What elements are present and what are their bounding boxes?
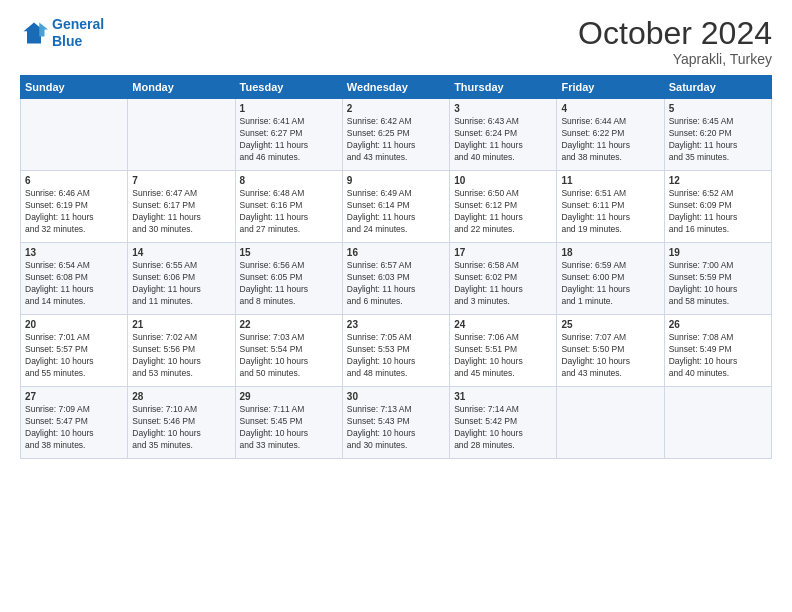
day-number: 24 [454, 319, 552, 330]
calendar-cell: 22Sunrise: 7:03 AM Sunset: 5:54 PM Dayli… [235, 315, 342, 387]
calendar-cell: 9Sunrise: 6:49 AM Sunset: 6:14 PM Daylig… [342, 171, 449, 243]
logo-general: General [52, 16, 104, 32]
day-number: 12 [669, 175, 767, 186]
day-info: Sunrise: 6:42 AM Sunset: 6:25 PM Dayligh… [347, 116, 445, 164]
title-block: October 2024 Yaprakli, Turkey [578, 16, 772, 67]
day-number: 27 [25, 391, 123, 402]
day-number: 30 [347, 391, 445, 402]
calendar-row: 13Sunrise: 6:54 AM Sunset: 6:08 PM Dayli… [21, 243, 772, 315]
day-number: 10 [454, 175, 552, 186]
day-info: Sunrise: 7:06 AM Sunset: 5:51 PM Dayligh… [454, 332, 552, 380]
calendar-cell: 6Sunrise: 6:46 AM Sunset: 6:19 PM Daylig… [21, 171, 128, 243]
day-info: Sunrise: 6:49 AM Sunset: 6:14 PM Dayligh… [347, 188, 445, 236]
day-number: 2 [347, 103, 445, 114]
calendar-cell: 5Sunrise: 6:45 AM Sunset: 6:20 PM Daylig… [664, 99, 771, 171]
day-info: Sunrise: 7:02 AM Sunset: 5:56 PM Dayligh… [132, 332, 230, 380]
day-info: Sunrise: 7:10 AM Sunset: 5:46 PM Dayligh… [132, 404, 230, 452]
day-number: 14 [132, 247, 230, 258]
calendar-table: SundayMondayTuesdayWednesdayThursdayFrid… [20, 75, 772, 459]
calendar-cell [21, 99, 128, 171]
day-number: 7 [132, 175, 230, 186]
logo: General Blue [20, 16, 104, 50]
weekday-header: Friday [557, 76, 664, 99]
day-info: Sunrise: 6:45 AM Sunset: 6:20 PM Dayligh… [669, 116, 767, 164]
day-number: 9 [347, 175, 445, 186]
day-number: 11 [561, 175, 659, 186]
month-title: October 2024 [578, 16, 772, 51]
day-number: 19 [669, 247, 767, 258]
weekday-header: Tuesday [235, 76, 342, 99]
day-number: 16 [347, 247, 445, 258]
day-number: 22 [240, 319, 338, 330]
weekday-header: Wednesday [342, 76, 449, 99]
day-info: Sunrise: 6:56 AM Sunset: 6:05 PM Dayligh… [240, 260, 338, 308]
day-info: Sunrise: 7:01 AM Sunset: 5:57 PM Dayligh… [25, 332, 123, 380]
calendar-cell: 31Sunrise: 7:14 AM Sunset: 5:42 PM Dayli… [450, 387, 557, 459]
calendar-cell: 17Sunrise: 6:58 AM Sunset: 6:02 PM Dayli… [450, 243, 557, 315]
day-number: 23 [347, 319, 445, 330]
calendar-cell: 15Sunrise: 6:56 AM Sunset: 6:05 PM Dayli… [235, 243, 342, 315]
day-number: 17 [454, 247, 552, 258]
day-number: 26 [669, 319, 767, 330]
calendar-cell: 21Sunrise: 7:02 AM Sunset: 5:56 PM Dayli… [128, 315, 235, 387]
weekday-header: Thursday [450, 76, 557, 99]
logo-text: General Blue [52, 16, 104, 50]
day-info: Sunrise: 7:00 AM Sunset: 5:59 PM Dayligh… [669, 260, 767, 308]
logo-blue: Blue [52, 33, 82, 49]
calendar-cell: 25Sunrise: 7:07 AM Sunset: 5:50 PM Dayli… [557, 315, 664, 387]
day-info: Sunrise: 7:08 AM Sunset: 5:49 PM Dayligh… [669, 332, 767, 380]
day-number: 29 [240, 391, 338, 402]
calendar-cell: 23Sunrise: 7:05 AM Sunset: 5:53 PM Dayli… [342, 315, 449, 387]
day-info: Sunrise: 6:48 AM Sunset: 6:16 PM Dayligh… [240, 188, 338, 236]
day-info: Sunrise: 6:43 AM Sunset: 6:24 PM Dayligh… [454, 116, 552, 164]
day-number: 31 [454, 391, 552, 402]
day-number: 25 [561, 319, 659, 330]
day-number: 13 [25, 247, 123, 258]
day-number: 28 [132, 391, 230, 402]
calendar-cell: 19Sunrise: 7:00 AM Sunset: 5:59 PM Dayli… [664, 243, 771, 315]
calendar-cell: 27Sunrise: 7:09 AM Sunset: 5:47 PM Dayli… [21, 387, 128, 459]
calendar-row: 20Sunrise: 7:01 AM Sunset: 5:57 PM Dayli… [21, 315, 772, 387]
calendar-cell: 8Sunrise: 6:48 AM Sunset: 6:16 PM Daylig… [235, 171, 342, 243]
day-info: Sunrise: 6:58 AM Sunset: 6:02 PM Dayligh… [454, 260, 552, 308]
day-info: Sunrise: 7:13 AM Sunset: 5:43 PM Dayligh… [347, 404, 445, 452]
day-info: Sunrise: 7:05 AM Sunset: 5:53 PM Dayligh… [347, 332, 445, 380]
calendar-row: 1Sunrise: 6:41 AM Sunset: 6:27 PM Daylig… [21, 99, 772, 171]
calendar-cell: 16Sunrise: 6:57 AM Sunset: 6:03 PM Dayli… [342, 243, 449, 315]
day-number: 6 [25, 175, 123, 186]
calendar-cell: 2Sunrise: 6:42 AM Sunset: 6:25 PM Daylig… [342, 99, 449, 171]
calendar-cell: 14Sunrise: 6:55 AM Sunset: 6:06 PM Dayli… [128, 243, 235, 315]
calendar-cell: 30Sunrise: 7:13 AM Sunset: 5:43 PM Dayli… [342, 387, 449, 459]
day-info: Sunrise: 6:46 AM Sunset: 6:19 PM Dayligh… [25, 188, 123, 236]
location-subtitle: Yaprakli, Turkey [578, 51, 772, 67]
header: General Blue October 2024 Yaprakli, Turk… [20, 16, 772, 67]
day-info: Sunrise: 6:44 AM Sunset: 6:22 PM Dayligh… [561, 116, 659, 164]
calendar-cell: 28Sunrise: 7:10 AM Sunset: 5:46 PM Dayli… [128, 387, 235, 459]
calendar-cell: 13Sunrise: 6:54 AM Sunset: 6:08 PM Dayli… [21, 243, 128, 315]
header-row: SundayMondayTuesdayWednesdayThursdayFrid… [21, 76, 772, 99]
day-number: 1 [240, 103, 338, 114]
day-info: Sunrise: 6:57 AM Sunset: 6:03 PM Dayligh… [347, 260, 445, 308]
calendar-cell: 20Sunrise: 7:01 AM Sunset: 5:57 PM Dayli… [21, 315, 128, 387]
day-info: Sunrise: 7:03 AM Sunset: 5:54 PM Dayligh… [240, 332, 338, 380]
calendar-cell: 4Sunrise: 6:44 AM Sunset: 6:22 PM Daylig… [557, 99, 664, 171]
day-number: 4 [561, 103, 659, 114]
day-info: Sunrise: 6:55 AM Sunset: 6:06 PM Dayligh… [132, 260, 230, 308]
weekday-header: Monday [128, 76, 235, 99]
calendar-cell: 29Sunrise: 7:11 AM Sunset: 5:45 PM Dayli… [235, 387, 342, 459]
calendar-cell: 10Sunrise: 6:50 AM Sunset: 6:12 PM Dayli… [450, 171, 557, 243]
day-number: 3 [454, 103, 552, 114]
calendar-cell: 24Sunrise: 7:06 AM Sunset: 5:51 PM Dayli… [450, 315, 557, 387]
day-number: 15 [240, 247, 338, 258]
calendar-row: 6Sunrise: 6:46 AM Sunset: 6:19 PM Daylig… [21, 171, 772, 243]
calendar-row: 27Sunrise: 7:09 AM Sunset: 5:47 PM Dayli… [21, 387, 772, 459]
day-info: Sunrise: 6:50 AM Sunset: 6:12 PM Dayligh… [454, 188, 552, 236]
day-info: Sunrise: 7:14 AM Sunset: 5:42 PM Dayligh… [454, 404, 552, 452]
calendar-cell: 3Sunrise: 6:43 AM Sunset: 6:24 PM Daylig… [450, 99, 557, 171]
day-info: Sunrise: 6:41 AM Sunset: 6:27 PM Dayligh… [240, 116, 338, 164]
calendar-cell: 7Sunrise: 6:47 AM Sunset: 6:17 PM Daylig… [128, 171, 235, 243]
calendar-cell [128, 99, 235, 171]
day-info: Sunrise: 7:07 AM Sunset: 5:50 PM Dayligh… [561, 332, 659, 380]
svg-marker-1 [39, 22, 48, 36]
day-info: Sunrise: 6:54 AM Sunset: 6:08 PM Dayligh… [25, 260, 123, 308]
